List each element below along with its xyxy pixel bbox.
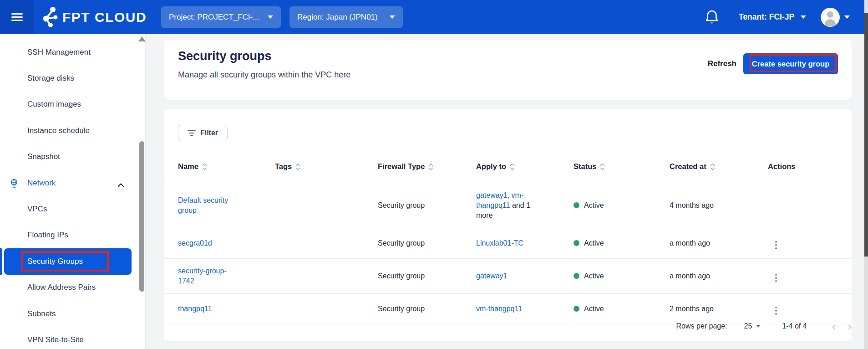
cell-apply-to: gateway1, vm-thangpq11 and 1 more <box>476 183 574 228</box>
rows-per-page-value: 25 <box>744 322 752 330</box>
chevron-down-icon <box>844 15 850 19</box>
sidebar-item-floating-ips[interactable]: Floating IPs <box>0 222 145 248</box>
refresh-button[interactable]: Refresh <box>708 59 736 68</box>
sidebar-item-ssh-management[interactable]: SSH Management <box>0 39 145 65</box>
sort-icon <box>295 163 300 170</box>
chevron-down-icon <box>268 15 273 19</box>
table-row-security-group-1742: security-group-1742Security groupgateway… <box>164 258 852 293</box>
sidebar-scrollbar-thumb[interactable] <box>139 141 144 292</box>
column-header-created-at[interactable]: Created at <box>670 151 768 183</box>
created-at-value: a month ago <box>670 239 710 247</box>
hamburger-menu-button[interactable] <box>0 0 34 34</box>
sidebar-item-label: VPN Site-to-Site <box>27 335 84 344</box>
cell-tags <box>275 183 378 228</box>
column-header-label: Created at <box>670 162 706 171</box>
filter-icon <box>188 130 196 136</box>
sidebar-item-custom-images[interactable]: Custom images <box>0 92 145 118</box>
apply-to-link[interactable]: Linuxlab01-TC <box>476 239 523 247</box>
pagination-range: 1-4 of 4 <box>782 322 807 330</box>
security-group-name-link[interactable]: security-group-1742 <box>178 267 227 285</box>
chevron-down-icon <box>801 15 806 19</box>
created-at-value: a month ago <box>670 272 710 280</box>
row-actions-menu-button[interactable] <box>773 239 779 251</box>
bell-icon <box>706 11 717 21</box>
status-value: Active <box>584 200 604 210</box>
sidebar-item-label: SSH Management <box>27 48 91 57</box>
sidebar-item-label: Storage disks <box>27 74 74 83</box>
cell-created-at: 4 months ago <box>670 183 768 228</box>
sidebar-item-label: Allow Address Pairs <box>27 283 96 292</box>
avatar <box>821 8 840 27</box>
sort-icon <box>510 163 515 170</box>
created-at-value: 4 months ago <box>670 201 714 209</box>
create-security-group-label: Create security group <box>752 60 830 68</box>
cell-status: Active <box>574 228 670 258</box>
column-header-label: Name <box>178 162 198 171</box>
next-page-button[interactable]: › <box>848 320 852 332</box>
sidebar-menu: SSH ManagementStorage disksCustom images… <box>0 39 145 349</box>
status-value: Active <box>584 238 604 248</box>
sidebar-item-storage-disks[interactable]: Storage disks <box>0 65 145 91</box>
sort-icon <box>202 163 207 170</box>
sidebar-item-vpn-site-to-site[interactable]: VPN Site-to-Site <box>0 327 145 349</box>
notifications-bell-button[interactable] <box>705 9 719 26</box>
cell-name: secgra01d <box>164 228 275 258</box>
status-active-dot-icon <box>574 240 579 246</box>
brand-logo: FPT CLOUD <box>40 0 147 34</box>
rows-per-page-select[interactable]: 25 <box>744 322 761 330</box>
page-title: Security groups <box>178 49 272 63</box>
column-header-status[interactable]: Status <box>574 151 670 183</box>
filter-button[interactable]: Filter <box>178 125 228 141</box>
sidebar-item-label: Floating IPs <box>27 231 68 240</box>
create-security-group-button[interactable]: Create security group <box>743 53 838 74</box>
tenant-selector-dropdown[interactable]: Tenant: FCI-JP <box>739 0 806 34</box>
user-account-menu[interactable] <box>821 0 850 34</box>
status-active-dot-icon <box>574 273 579 279</box>
sidebar-item-subnets[interactable]: Subnets <box>0 301 145 327</box>
column-header-label: Status <box>574 162 596 171</box>
cell-actions <box>768 228 852 258</box>
previous-page-button[interactable]: ‹ <box>832 320 836 332</box>
sidebar-item-allow-address-pairs[interactable]: Allow Address Pairs <box>0 275 145 301</box>
column-header-apply-to[interactable]: Apply to <box>476 151 574 183</box>
sidebar-item-network[interactable]: Network <box>0 170 145 196</box>
page-scrollbar-thumb[interactable] <box>864 13 868 257</box>
sidebar-item-vpcs[interactable]: VPCs <box>0 196 145 222</box>
row-actions-menu-button[interactable] <box>773 272 779 284</box>
cell-name: security-group-1742 <box>164 258 275 293</box>
cell-created-at: a month ago <box>670 228 768 258</box>
project-selector-label: Project: PROJECT_FCI-... <box>169 13 259 22</box>
sidebar-item-instance-schedule[interactable]: Instance schedule <box>0 118 145 144</box>
sidebar-navigation: SSH ManagementStorage disksCustom images… <box>0 34 146 349</box>
table-body: Default security groupSecurity groupgate… <box>164 183 852 324</box>
project-selector-dropdown[interactable]: Project: PROJECT_FCI-... <box>161 6 281 28</box>
region-selector-dropdown[interactable]: Region: Japan (JPN01) <box>289 6 403 28</box>
page-subtitle: Manage all security groups within the VP… <box>178 70 350 80</box>
table-row-secgra01d: secgra01dSecurity groupLinuxlab01-TCActi… <box>164 228 852 258</box>
cell-apply-to: gateway1 <box>476 258 574 293</box>
column-header-name[interactable]: Name <box>164 151 275 183</box>
cell-actions <box>768 258 852 293</box>
security-groups-table: NameTagsFirewall TypeApply toStatusCreat… <box>164 151 852 324</box>
sort-icon <box>600 163 605 170</box>
sidebar-item-security-groups[interactable]: Security Groups <box>4 248 132 274</box>
cell-firewall-type: Security group <box>378 258 476 293</box>
column-header-firewall-type[interactable]: Firewall Type <box>378 151 476 183</box>
column-header-tags[interactable]: Tags <box>275 151 378 183</box>
sort-icon <box>710 163 715 170</box>
sidebar-scroll-up-arrow[interactable] <box>138 36 146 41</box>
tenant-selector-label: Tenant: FCI-JP <box>739 12 794 22</box>
filter-button-label: Filter <box>200 129 218 137</box>
chevron-down-icon <box>756 325 761 328</box>
firewall-type-value: Security group <box>378 272 425 280</box>
status-value: Active <box>584 271 604 281</box>
page-scrollbar[interactable] <box>864 0 868 349</box>
apply-to-link[interactable]: gateway1 <box>476 272 508 280</box>
cell-status: Active <box>574 183 670 228</box>
sidebar-item-snapshot[interactable]: Snapshot <box>0 144 145 170</box>
column-header-label: Actions <box>768 162 796 171</box>
security-group-name-link[interactable]: secgra01d <box>178 239 212 247</box>
security-group-name-link[interactable]: Default security group <box>178 196 228 214</box>
sidebar-item-label: Security Groups <box>27 257 83 266</box>
apply-to-link[interactable]: gateway1 <box>476 191 508 199</box>
